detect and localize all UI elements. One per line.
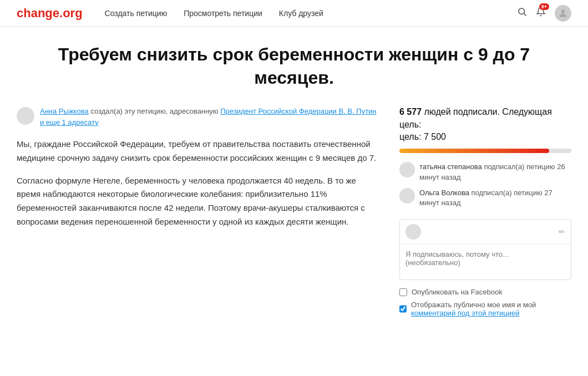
facebook-checkbox-label[interactable]: Опубликовать на Facebook bbox=[399, 288, 571, 296]
signature-label: людей подписали. bbox=[424, 107, 500, 116]
signature-count-block: 6 577 людей подписали. Следующая цель: ц… bbox=[399, 106, 571, 143]
signature-number: 6 577 bbox=[399, 107, 422, 116]
comment-area: ✏ bbox=[399, 219, 571, 280]
svg-point-0 bbox=[519, 8, 525, 14]
main-nav: Создать петицию Просмотреть петиции Клуб… bbox=[105, 9, 517, 18]
signer-item: Ольга Волкова подписал(а) петицию 27 мин… bbox=[399, 188, 571, 208]
more-recipients-link[interactable]: и еще 1 адресату bbox=[40, 118, 99, 126]
petition-body: Мы, граждане Российской Федерации, требу… bbox=[17, 138, 377, 229]
main-container: Требуем снизить срок беременности женщин… bbox=[0, 27, 588, 328]
petition-target-link[interactable]: Президент Российской Федерации В. В. Пут… bbox=[220, 107, 376, 115]
search-icon bbox=[517, 7, 527, 17]
public-checkbox[interactable] bbox=[399, 305, 407, 313]
nav-friends-club[interactable]: Клуб друзей bbox=[279, 9, 323, 18]
notification-button[interactable]: 9+ bbox=[536, 7, 546, 19]
comment-header: ✏ bbox=[400, 220, 571, 245]
signer-action: подписал(а) петицию bbox=[472, 189, 543, 197]
nav-browse-petitions[interactable]: Просмотреть петиции bbox=[184, 9, 262, 18]
content-layout: Анна Рыжкова создал(а) эту петицию, адре… bbox=[17, 106, 571, 317]
public-checkbox-text: Отображать публично мое имя и мой коммен… bbox=[411, 301, 571, 317]
user-icon bbox=[557, 8, 569, 19]
site-header: change.org Создать петицию Просмотреть п… bbox=[0, 0, 588, 27]
comment-user-avatar bbox=[405, 224, 421, 240]
next-goal-value: 7 500 bbox=[424, 132, 446, 141]
checkbox-group: Опубликовать на Facebook Отображать публ… bbox=[399, 288, 571, 317]
signer-name: татьяна степанова bbox=[419, 162, 482, 171]
author-text-pre: создал(а) эту петицию, адресованную bbox=[89, 107, 221, 115]
body-paragraph-1: Мы, граждане Российской Федерации, требу… bbox=[17, 138, 377, 165]
signer-name: Ольга Волкова bbox=[419, 189, 469, 197]
public-comment-link[interactable]: комментарий под этой петицией bbox=[411, 309, 519, 317]
facebook-checkbox[interactable] bbox=[399, 288, 407, 296]
signer-text: татьяна степанова подписал(а) петицию 26… bbox=[419, 162, 571, 182]
header-icons: 9+ bbox=[517, 5, 571, 22]
signer-avatar bbox=[399, 188, 415, 204]
next-goal-label: цель: bbox=[399, 132, 424, 141]
author-name-link[interactable]: Анна Рыжкова bbox=[40, 107, 89, 115]
signers-list: татьяна степанова подписал(а) петицию 26… bbox=[399, 162, 571, 208]
search-button[interactable] bbox=[517, 7, 527, 19]
left-column: Анна Рыжкова создал(а) эту петицию, адре… bbox=[17, 106, 377, 238]
signer-avatar bbox=[399, 162, 415, 177]
progress-bar-outer bbox=[399, 149, 571, 153]
signer-action: подписал(а) петицию bbox=[484, 162, 555, 171]
page-title: Требуем снизить срок беременности женщин… bbox=[17, 43, 571, 89]
public-checkbox-label[interactable]: Отображать публично мое имя и мой коммен… bbox=[399, 301, 571, 317]
user-avatar[interactable] bbox=[555, 5, 571, 22]
author-text: Анна Рыжкова создал(а) эту петицию, адре… bbox=[40, 106, 377, 128]
edit-icon[interactable]: ✏ bbox=[559, 227, 565, 236]
body-paragraph-2: Согласно формуле Негеле, беременность у … bbox=[17, 174, 377, 229]
signer-text: Ольга Волкова подписал(а) петицию 27 мин… bbox=[419, 188, 571, 208]
comment-input[interactable] bbox=[400, 245, 571, 278]
author-line: Анна Рыжкова создал(а) эту петицию, адре… bbox=[17, 106, 377, 128]
progress-bar-inner bbox=[399, 149, 549, 153]
nav-create-petition[interactable]: Создать петицию bbox=[105, 9, 168, 18]
svg-line-1 bbox=[524, 13, 526, 16]
svg-point-2 bbox=[561, 9, 565, 13]
right-column: 6 577 людей подписали. Следующая цель: ц… bbox=[399, 106, 571, 317]
site-logo[interactable]: change.org bbox=[17, 6, 83, 21]
notification-badge: 9+ bbox=[539, 3, 549, 10]
signer-item: татьяна степанова подписал(а) петицию 26… bbox=[399, 162, 571, 182]
author-avatar bbox=[17, 107, 34, 125]
facebook-checkbox-text: Опубликовать на Facebook bbox=[412, 288, 503, 296]
